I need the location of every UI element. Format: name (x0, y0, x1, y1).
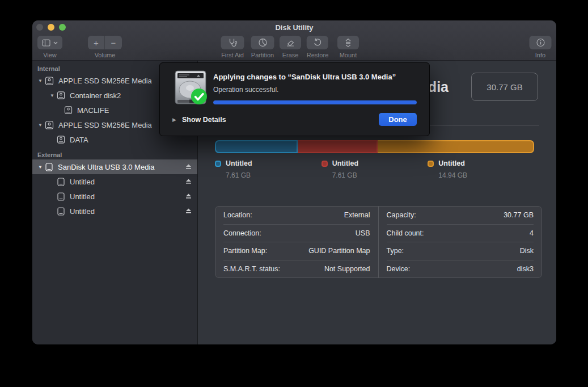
mount-button[interactable] (337, 36, 359, 49)
table-row: Capacity: 30.77 GB (387, 207, 534, 225)
row-value: External (344, 211, 370, 219)
toolbar-info: Info (530, 36, 552, 58)
legend-size: 7.61 GB (332, 171, 428, 179)
row-value: GUID Partition Map (308, 247, 370, 255)
row-value: 4 (530, 229, 534, 237)
eject-icon[interactable] (185, 164, 192, 170)
progress-bar (213, 100, 417, 104)
legend-name: Untitled (332, 159, 359, 167)
toolbar-restore: Restore (307, 36, 329, 58)
progress-fill (213, 100, 417, 104)
legend-size: 14.94 GB (438, 171, 534, 179)
info-icon (536, 38, 545, 47)
sidebar-item-label: Container disk2 (70, 91, 121, 100)
row-value: disk3 (517, 265, 534, 273)
dialog-title: Applying changes to “SanDisk Ultra USB 3… (213, 73, 396, 81)
legend-swatch (322, 161, 328, 167)
internal-disk-icon (45, 121, 54, 129)
sidebar-item-untitled-3[interactable]: Untitled (32, 204, 197, 218)
mount-icon (345, 38, 352, 47)
toolbar-partition: Partition (251, 36, 274, 58)
row-value: 30.77 GB (504, 211, 534, 219)
sidebar-item-label: APPLE SSD SM256E Media (58, 77, 152, 85)
legend-item: Untitled 7.61 GB (322, 159, 428, 179)
erase-button[interactable] (280, 36, 301, 49)
row-label: Child count: (387, 229, 424, 237)
volume-icon (57, 136, 65, 144)
sidebar-layout-icon (42, 39, 50, 47)
sidebar-item-untitled-2[interactable]: Untitled (32, 189, 197, 204)
partition-segment (215, 140, 298, 153)
progress-dialog: Applying changes to “SanDisk Ultra USB 3… (159, 62, 430, 136)
legend-item: Untitled 14.94 GB (428, 159, 534, 179)
erase-label: Erase (282, 52, 299, 58)
row-label: Capacity: (387, 211, 416, 219)
info-button[interactable] (530, 36, 552, 49)
legend-size: 7.61 GB (226, 171, 322, 179)
info-label: Info (535, 52, 545, 58)
remove-volume-button[interactable]: − (105, 36, 122, 49)
eject-icon[interactable] (185, 179, 192, 184)
partition-button[interactable] (251, 36, 274, 49)
sidebar-item-label: Untitled (70, 178, 95, 186)
chevron-down-icon (53, 41, 58, 44)
row-label: Connection: (223, 229, 261, 237)
internal-disk-icon (57, 91, 65, 99)
external-volume-icon (57, 192, 65, 201)
table-row: Device: disk3 (387, 260, 534, 278)
disclosure-triangle-icon[interactable]: ▼ (36, 123, 45, 128)
eraser-icon (286, 38, 295, 47)
table-row: Type: Disk (387, 242, 534, 260)
titlebar-toolbar: Disk Utility View + − Volume (32, 20, 556, 61)
restore-label: Restore (307, 52, 329, 58)
table-row: Location: External (223, 207, 370, 225)
table-row: Child count: 4 (387, 225, 534, 243)
table-row: Partition Map: GUID Partition Map (223, 242, 370, 260)
toolbar-erase: Erase (280, 36, 301, 58)
disclosure-triangle-icon[interactable]: ▼ (36, 165, 45, 170)
eject-icon[interactable] (185, 208, 192, 214)
sidebar-item-label: Untitled (70, 207, 95, 216)
add-volume-button[interactable]: + (88, 36, 105, 49)
partition-bar (215, 140, 534, 153)
view-label: View (43, 52, 57, 58)
row-label: Device: (387, 265, 411, 273)
external-volume-icon (57, 178, 65, 186)
show-details-label: Show Details (182, 116, 226, 124)
volume-segmented-button: + − (88, 36, 122, 49)
sidebar-item-sandisk[interactable]: ▼ SanDisk Ultra USB 3.0 Media (32, 159, 197, 174)
sidebar-item-label: APPLE SSD SM256E Media (58, 121, 152, 129)
first-aid-label: First Aid (221, 52, 244, 58)
sidebar-item-untitled-1[interactable]: Untitled (32, 174, 197, 189)
row-label: S.M.A.R.T. status: (223, 265, 280, 273)
row-value: Not Supported (324, 265, 370, 273)
disclosure-triangle-icon[interactable]: ▼ (48, 93, 57, 98)
show-details-toggle[interactable]: ▶ Show Details (172, 116, 226, 124)
sidebar-item-label: DATA (70, 136, 88, 144)
restore-arrow-icon-button[interactable] (307, 36, 328, 49)
sidebar-item-label: Untitled (70, 192, 95, 201)
disclosure-triangle-icon[interactable]: ▼ (36, 78, 45, 83)
external-volume-icon (57, 207, 65, 216)
row-value: USB (356, 229, 370, 237)
partition-segment (298, 140, 378, 153)
view-button[interactable] (37, 36, 62, 49)
eject-icon[interactable] (185, 194, 192, 199)
row-value: Disk (520, 247, 534, 255)
dialog-message: Operation successful. (213, 86, 278, 94)
volume-label: Volume (95, 52, 116, 58)
hard-drive-icon (172, 69, 209, 107)
pie-chart-icon (258, 38, 267, 47)
done-button[interactable]: Done (379, 113, 417, 126)
first-aid-button[interactable] (221, 36, 244, 49)
partition-segment (378, 140, 534, 153)
disclosure-triangle-icon: ▶ (172, 117, 176, 123)
stethoscope-icon (228, 38, 238, 47)
window-title: Disk Utility (32, 23, 556, 32)
partition-legend: Untitled 7.61 GB Untitled 7.61 GB Untitl… (215, 159, 534, 179)
external-disk-icon (45, 163, 53, 171)
table-row: S.M.A.R.T. status: Not Supported (223, 260, 370, 278)
row-label: Partition Map: (223, 247, 267, 255)
toolbar-volume: + − Volume (88, 36, 122, 58)
sidebar-section-external: External (37, 152, 197, 158)
